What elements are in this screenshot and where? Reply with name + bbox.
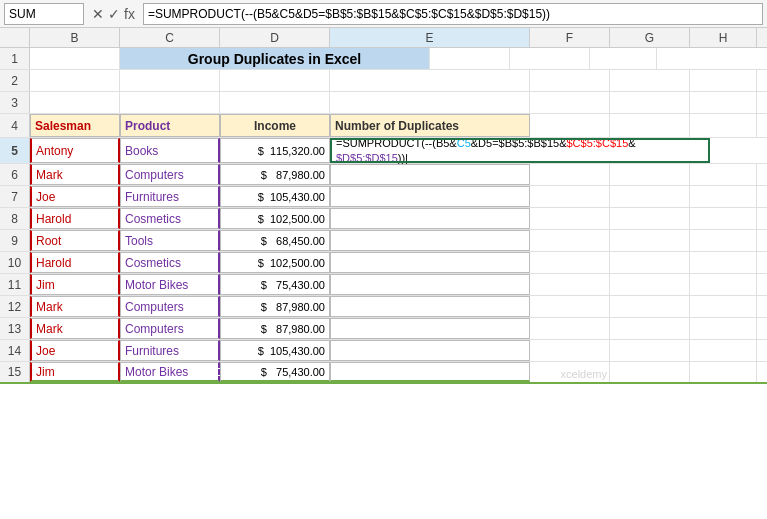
cell-c9[interactable]: Tools: [120, 230, 220, 251]
cell-b8[interactable]: Harold: [30, 208, 120, 229]
cell-e11[interactable]: [330, 274, 530, 295]
cell-g12[interactable]: [610, 296, 690, 317]
cell-d2[interactable]: [220, 70, 330, 91]
cell-g13[interactable]: [610, 318, 690, 339]
cell-title[interactable]: Group Duplicates in Excel: [120, 48, 430, 69]
cell-h8[interactable]: [690, 208, 757, 229]
cell-b2[interactable]: [30, 70, 120, 91]
cell-h15[interactable]: [690, 362, 757, 382]
cell-e13[interactable]: [330, 318, 530, 339]
cell-g6[interactable]: [610, 164, 690, 185]
cell-e15[interactable]: [330, 362, 530, 382]
cell-d14[interactable]: $ 105,430.00: [220, 340, 330, 361]
cell-h7[interactable]: [690, 186, 757, 207]
cell-f15[interactable]: xceldemy: [530, 362, 610, 382]
cell-f13[interactable]: [530, 318, 610, 339]
col-header-g[interactable]: G: [610, 28, 690, 47]
cell-g7[interactable]: [610, 186, 690, 207]
cell-b15[interactable]: Jim: [30, 362, 120, 382]
cell-c11[interactable]: Motor Bikes: [120, 274, 220, 295]
cell-h10[interactable]: [690, 252, 757, 273]
cell-d12[interactable]: $ 87,980.00: [220, 296, 330, 317]
cell-h4[interactable]: [690, 114, 757, 137]
cell-d6[interactable]: $ 87,980.00: [220, 164, 330, 185]
cell-c8[interactable]: Cosmetics: [120, 208, 220, 229]
col-header-e[interactable]: E: [330, 28, 530, 47]
cell-f11[interactable]: [530, 274, 610, 295]
cell-d10[interactable]: $ 102,500.00: [220, 252, 330, 273]
cell-g2[interactable]: [610, 70, 690, 91]
cell-h6[interactable]: [690, 164, 757, 185]
cell-h1[interactable]: [590, 48, 657, 69]
cell-f6[interactable]: [530, 164, 610, 185]
cell-b7[interactable]: Joe: [30, 186, 120, 207]
cell-f9[interactable]: [530, 230, 610, 251]
cell-e5[interactable]: =SUMPRODUCT(--(B5&C5&D5=$B$5:$B$15&$C$5:…: [330, 138, 710, 163]
cell-d5[interactable]: $ 115,320.00: [220, 138, 330, 163]
cell-e14[interactable]: [330, 340, 530, 361]
cell-b14[interactable]: Joe: [30, 340, 120, 361]
cell-e9[interactable]: [330, 230, 530, 251]
cell-d7[interactable]: $ 105,430.00: [220, 186, 330, 207]
cell-g3[interactable]: [610, 92, 690, 113]
cell-f4[interactable]: [530, 114, 610, 137]
col-header-b[interactable]: B: [30, 28, 120, 47]
cancel-icon[interactable]: ✕: [92, 6, 104, 22]
cell-g1[interactable]: [510, 48, 590, 69]
cell-d15[interactable]: $ 75,430.00: [220, 362, 330, 382]
cell-h9[interactable]: [690, 230, 757, 251]
cell-d9[interactable]: $ 68,450.00: [220, 230, 330, 251]
cell-d8[interactable]: $ 102,500.00: [220, 208, 330, 229]
cell-f12[interactable]: [530, 296, 610, 317]
cell-g4[interactable]: [610, 114, 690, 137]
cell-f7[interactable]: [530, 186, 610, 207]
cell-c6[interactable]: Computers: [120, 164, 220, 185]
cell-c12[interactable]: Computers: [120, 296, 220, 317]
cell-g14[interactable]: [610, 340, 690, 361]
cell-c15[interactable]: Motor Bikes: [120, 362, 220, 382]
cell-f1[interactable]: [430, 48, 510, 69]
cell-c10[interactable]: Cosmetics: [120, 252, 220, 273]
header-product[interactable]: Product: [120, 114, 220, 137]
cell-b12[interactable]: Mark: [30, 296, 120, 317]
header-salesman[interactable]: Salesman: [30, 114, 120, 137]
cell-e6[interactable]: [330, 164, 530, 185]
col-header-c[interactable]: C: [120, 28, 220, 47]
col-header-d[interactable]: D: [220, 28, 330, 47]
col-header-f[interactable]: F: [530, 28, 610, 47]
cell-b9[interactable]: Root: [30, 230, 120, 251]
cell-f8[interactable]: [530, 208, 610, 229]
col-header-h[interactable]: H: [690, 28, 757, 47]
fx-icon[interactable]: fx: [124, 6, 135, 22]
cell-g8[interactable]: [610, 208, 690, 229]
cell-b10[interactable]: Harold: [30, 252, 120, 273]
header-duplicates[interactable]: Number of Duplicates: [330, 114, 530, 137]
header-income[interactable]: Income: [220, 114, 330, 137]
cell-c14[interactable]: Furnitures: [120, 340, 220, 361]
cell-h3[interactable]: [690, 92, 757, 113]
cell-c5[interactable]: Books: [120, 138, 220, 163]
cell-g9[interactable]: [610, 230, 690, 251]
cell-d13[interactable]: $ 87,980.00: [220, 318, 330, 339]
cell-b6[interactable]: Mark: [30, 164, 120, 185]
cell-b1[interactable]: [30, 48, 120, 69]
cell-f3[interactable]: [530, 92, 610, 113]
cell-e8[interactable]: [330, 208, 530, 229]
cell-e10[interactable]: [330, 252, 530, 273]
cell-b5[interactable]: Antony: [30, 138, 120, 163]
cell-c7[interactable]: Furnitures: [120, 186, 220, 207]
cell-h14[interactable]: [690, 340, 757, 361]
cell-e12[interactable]: [330, 296, 530, 317]
cell-e7[interactable]: [330, 186, 530, 207]
confirm-icon[interactable]: ✓: [108, 6, 120, 22]
cell-h11[interactable]: [690, 274, 757, 295]
cell-h12[interactable]: [690, 296, 757, 317]
cell-f10[interactable]: [530, 252, 610, 273]
cell-c3[interactable]: [120, 92, 220, 113]
cell-b11[interactable]: Jim: [30, 274, 120, 295]
cell-g15[interactable]: [610, 362, 690, 382]
cell-e2[interactable]: [330, 70, 530, 91]
cell-h2[interactable]: [690, 70, 757, 91]
cell-c2[interactable]: [120, 70, 220, 91]
cell-c13[interactable]: Computers: [120, 318, 220, 339]
